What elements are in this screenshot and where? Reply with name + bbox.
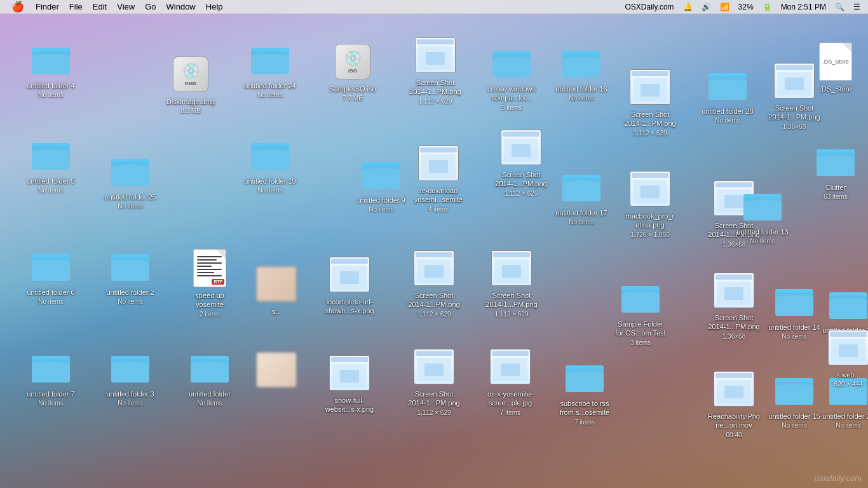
icon-label-ss_right3: Screen Shot 2014-1...PM.png1,36×68 (705, 313, 763, 341)
datetime-label: Mon 2:51 PM (778, 3, 829, 11)
icon-label-showfull: show-full- websit...s-x.png (321, 395, 378, 415)
icon-ss_re_dl[interactable]: re-download yosemi...semite4 items (410, 143, 467, 214)
icon-label-speedup: speed up yosemite2 items (181, 290, 238, 319)
menu-right: OSXDaily.com 🔔 🔊 📶 32% 🔋 Mon 2:51 PM 🔍 ☰ (622, 3, 863, 11)
icon-uf3[interactable]: untitled folder 3No items (102, 346, 159, 409)
notification-icon[interactable]: 🔔 (681, 3, 695, 11)
icon-label-ds_store: .DS_Store (818, 84, 854, 94)
icon-label-uf28: untitled folder 28No items (700, 106, 755, 126)
icon-uf5[interactable]: untitled folder 5No items (22, 133, 79, 196)
icon-img-mbpr (630, 168, 670, 209)
icon-label-ufno: untitled folderNo items (187, 389, 233, 409)
icon-cwf[interactable]: create windows compa...fol...5 items (483, 41, 540, 112)
icon-ufno[interactable]: untitled folderNo items (181, 346, 238, 409)
icon-label-uf24: untitled folder 24No items (242, 81, 297, 100)
icon-uf28[interactable]: untitled folder 28No items (699, 64, 756, 126)
icon-sampleiso[interactable]: 💿 ISO SampleISO.iso7.2 MB (324, 41, 381, 104)
icon-incomplete[interactable]: incomplete-url- shown...s-x.png (321, 254, 378, 316)
icon-img-uf13 (742, 184, 783, 225)
icon-img-uf3 (110, 346, 151, 387)
icon-uf14[interactable]: untitled folder 14No items (766, 280, 823, 342)
icon-img-uf28 (707, 64, 748, 104)
icon-ss_right3[interactable]: Screen Shot 2014-1...PM.png1,36×68 (705, 270, 763, 341)
desktop-icons: untitled folder 4No items 💿 DMG DiskImag… (0, 16, 868, 488)
icon-label-uf2: untitled folder 2No items (104, 287, 156, 307)
icon-img-ds_store: .DS_Store (815, 41, 856, 82)
icon-osxyos[interactable]: os-x-yosemite- scree...ple.jpg7 items (482, 346, 539, 417)
icon-ss1[interactable]: Screen Shot 2014-1...PM.png1,112 × 629 (407, 35, 464, 106)
volume-icon[interactable]: 🔊 (699, 3, 714, 11)
icon-label-clutter: Clutter63 items (822, 182, 850, 202)
icon-uf19[interactable]: untitled folder 19No items (241, 133, 299, 196)
view-menu[interactable]: View (112, 0, 140, 14)
icon-label-uf3: untitled folder 3No items (104, 389, 156, 409)
icon-uf17[interactable]: untitled folder 17No items (553, 165, 610, 227)
icon-ss4[interactable]: Screen Shot 2014-1...PM.png1,112 × 629 (405, 248, 463, 319)
icon-reachability[interactable]: ReachabilityiPhone...on.mov00:40 (705, 369, 763, 440)
icon-uf9[interactable]: untitled folder 9No items (353, 152, 410, 215)
icon-subscriberss[interactable]: subscribe to rss from s...osemite7 items (556, 356, 613, 427)
icon-label-samplefolder: Sample Folder for OS...om Test3 items (612, 319, 669, 348)
icon-ss3[interactable]: Screen Shot 2014-1...PM.png1,112 × 629 (492, 127, 550, 198)
icon-label-uf9: untitled folder 9No items (355, 195, 407, 215)
icon-img-uf9 (361, 152, 402, 193)
window-menu[interactable]: Window (161, 0, 201, 14)
edit-menu[interactable]: Edit (88, 0, 112, 14)
icon-img-uf17 (561, 165, 602, 206)
icon-uf4[interactable]: untitled folder 4No items (22, 38, 79, 100)
icon-ss2[interactable]: Screen Shot 2014-1...PM.png1,112 × 629 (621, 67, 679, 138)
icon-ss6[interactable]: Screen Shot 2014-1...PM.png1,112 × 629 (405, 346, 463, 417)
icon-uf6[interactable]: untitled folder 6No items (22, 245, 79, 307)
icon-diskimage[interactable]: 💿 DMG DiskImage.dmg8.3 MB (162, 54, 219, 116)
icon-img-uf15 (774, 369, 815, 409)
icon-uf24[interactable]: untitled folder 24No items (241, 38, 299, 100)
icon-img-sampleiso: 💿 ISO (332, 41, 373, 82)
icon-samplefolder[interactable]: Sample Folder for OS...om Test3 items (612, 276, 669, 348)
icon-label-uf16: untitled folder 16No items (553, 84, 609, 104)
icon-blurred1[interactable]: s... (248, 264, 305, 316)
icon-ds_store[interactable]: .DS_Store .DS_Store (807, 41, 864, 94)
icon-label-ss_re_dl: re-download yosemi...semite4 items (410, 186, 467, 214)
icon-ss5[interactable]: Screen Shot 2014-1...PM.png1,112 × 629 (483, 248, 540, 319)
go-menu[interactable]: Go (140, 0, 161, 14)
list-icon[interactable]: ☰ (851, 3, 863, 11)
file-menu[interactable]: File (64, 0, 88, 14)
icon-label-diskimage: DiskImage.dmg8.3 MB (165, 97, 217, 116)
icon-uf2[interactable]: untitled folder 2No items (102, 245, 159, 307)
help-menu[interactable]: Help (201, 0, 228, 14)
icon-blurred2[interactable] (248, 349, 305, 390)
icon-img-uf19 (250, 133, 290, 174)
icon-label-sampleiso: SampleISO.iso7.2 MB (327, 84, 377, 104)
icon-label-blurred1: s... (270, 306, 283, 316)
search-icon[interactable]: 🔍 (832, 3, 847, 11)
finder-menu[interactable]: Finder (31, 0, 64, 14)
icon-img-incomplete (329, 254, 370, 295)
icon-uf25[interactable]: untitled folder 25No items (102, 149, 159, 212)
apple-menu[interactable]: 🍎 (5, 0, 31, 14)
icon-clutter[interactable]: Clutter63 items (807, 140, 864, 202)
icon-img-ss4 (414, 248, 454, 288)
icon-img-ss2 (630, 67, 670, 107)
icon-img-uf2 (110, 245, 151, 285)
icon-img-ss_right3 (714, 270, 754, 311)
icon-label-ss4: Screen Shot 2014-1...PM.png1,112 × 629 (405, 290, 463, 319)
icon-uf7[interactable]: untitled folder 7No items (22, 346, 79, 409)
icon-img-websize (828, 327, 868, 368)
icon-showfull[interactable]: show-full- websit...s-x.png (321, 353, 378, 415)
icon-img-uf16 (561, 41, 602, 82)
icon-img-cwf (491, 41, 532, 82)
icon-websize[interactable]: s web...620 × 444 (820, 327, 868, 390)
icon-img-samplefolder (620, 276, 661, 317)
icon-img-ss5 (491, 248, 532, 288)
icon-label-websize: s web...620 × 444 (832, 370, 865, 390)
menubar: 🍎 Finder File Edit View Go Window Help O… (0, 0, 868, 14)
icon-mbpr[interactable]: macbook_pro_r etina.png1,726 × 1,050 (621, 168, 679, 240)
icon-uf16[interactable]: untitled folder 16No items (553, 41, 610, 104)
icon-speedup[interactable]: RTF speed up yosemite2 items (181, 248, 238, 319)
icon-label-uf19: untitled folder 19No items (242, 176, 297, 196)
icon-uf13[interactable]: untitled folder 13No items (734, 184, 791, 247)
wifi-icon[interactable]: 📶 (717, 3, 732, 11)
desktop: 🍎 Finder File Edit View Go Window Help O… (0, 0, 868, 488)
icon-label-subscriberss: subscribe to rss from s...osemite7 items (556, 398, 613, 427)
icon-uf15[interactable]: untitled folder 15No items (766, 369, 823, 431)
